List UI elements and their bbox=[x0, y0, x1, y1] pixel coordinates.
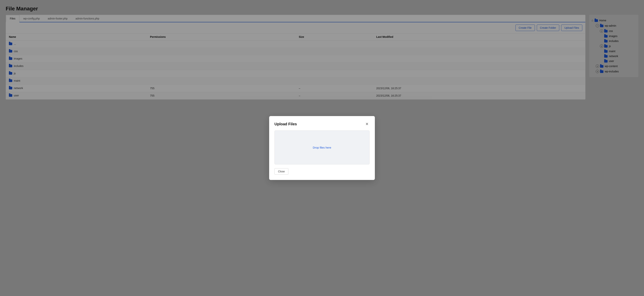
modal-header: Upload Files ✕ bbox=[274, 121, 370, 127]
modal-close-icon-button[interactable]: ✕ bbox=[364, 121, 370, 127]
modal-title: Upload Files bbox=[274, 122, 297, 126]
file-dropzone[interactable]: Drop files here bbox=[274, 130, 370, 165]
dropzone-label: Drop files here bbox=[313, 146, 331, 149]
modal-overlay[interactable]: Upload Files ✕ Drop files here Close bbox=[0, 0, 644, 296]
upload-files-modal: Upload Files ✕ Drop files here Close bbox=[269, 116, 375, 180]
modal-close-button[interactable]: Close bbox=[274, 168, 288, 175]
